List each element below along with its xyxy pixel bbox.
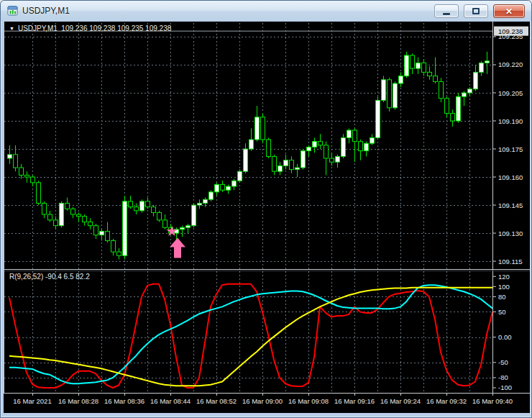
svg-text:109.205: 109.205	[498, 89, 523, 97]
title-bar[interactable]: USDJPY,M1 ✕	[1, 1, 531, 21]
symbol-quote-text: USDJPY,M1 109.236 109.238 109.235 109.23…	[18, 24, 171, 32]
restore-button[interactable]	[464, 4, 488, 18]
time-axis[interactable]: 16 Mar 202116 Mar 08:2816 Mar 08:3616 Ma…	[13, 393, 513, 405]
svg-text:109.130: 109.130	[498, 230, 523, 237]
minimize-button[interactable]	[434, 4, 459, 18]
svg-text:16 Mar 09:24: 16 Mar 09:24	[380, 397, 421, 405]
symbol-header: ▼ USDJPY,M1 109.236 109.238 109.235 109.…	[9, 24, 171, 32]
svg-text:16 Mar 08:36: 16 Mar 08:36	[104, 397, 145, 405]
candles-layer	[8, 52, 490, 260]
svg-text:109.220: 109.220	[498, 60, 523, 68]
svg-text:-50: -50	[498, 358, 508, 366]
buy-arrow-up-marker	[170, 238, 185, 258]
svg-text:100: 100	[498, 283, 510, 291]
svg-text:109.238: 109.238	[498, 27, 523, 35]
svg-text:-100: -100	[498, 383, 512, 391]
svg-text:16 Mar 09:16: 16 Mar 09:16	[334, 397, 375, 405]
close-icon: ✕	[505, 7, 513, 16]
svg-text:16 Mar 08:44: 16 Mar 08:44	[150, 397, 191, 405]
svg-text:16 Mar 2021: 16 Mar 2021	[13, 397, 51, 405]
price-axis[interactable]: 109.235109.220109.205109.190109.175109.1…	[492, 27, 528, 265]
svg-text:109.190: 109.190	[498, 117, 523, 125]
svg-text:109.160: 109.160	[498, 173, 523, 181]
svg-text:16 Mar 09:32: 16 Mar 09:32	[426, 397, 467, 405]
oscillator-line-fast	[9, 284, 492, 388]
svg-text:80: 80	[498, 293, 506, 301]
close-button[interactable]: ✕	[493, 4, 525, 18]
oscillator-line-medium	[9, 285, 492, 383]
svg-text:16 Mar 08:52: 16 Mar 08:52	[196, 397, 237, 405]
svg-text:16 Mar 09:08: 16 Mar 09:08	[288, 397, 329, 405]
svg-text:120: 120	[498, 273, 510, 281]
restore-icon	[472, 8, 480, 14]
chart-area[interactable]: 109.235109.220109.205109.190109.175109.1…	[4, 22, 530, 413]
indicator-label: R(9,26,52) -90.4 6.5 82.2	[9, 273, 90, 281]
chart-canvas[interactable]: 109.235109.220109.205109.190109.175109.1…	[4, 22, 530, 413]
svg-text:50: 50	[498, 308, 506, 316]
svg-text:16 Mar 08:28: 16 Mar 08:28	[58, 397, 98, 405]
svg-text:16 Mar 09:40: 16 Mar 09:40	[472, 397, 513, 405]
oscillator-axis[interactable]: 12010080500.00-50-80-100	[492, 273, 512, 392]
chart-icon	[7, 5, 19, 17]
chevron-down-icon[interactable]: ▼	[9, 26, 14, 31]
svg-text:109.145: 109.145	[498, 201, 523, 209]
window-title: USDJPY,M1	[22, 6, 70, 16]
svg-text:0.00: 0.00	[498, 333, 512, 341]
svg-text:16 Mar 09:00: 16 Mar 09:00	[242, 397, 283, 405]
grid-lines	[4, 23, 493, 393]
minimize-icon	[443, 13, 450, 15]
chart-window: USDJPY,M1 ✕ 109.235109.220109.205109.190…	[0, 0, 532, 418]
oscillator-lines	[9, 284, 492, 388]
svg-text:-80: -80	[498, 373, 508, 381]
svg-text:109.175: 109.175	[498, 145, 523, 153]
buy-star-marker	[166, 226, 177, 236]
svg-text:109.115: 109.115	[498, 258, 523, 265]
